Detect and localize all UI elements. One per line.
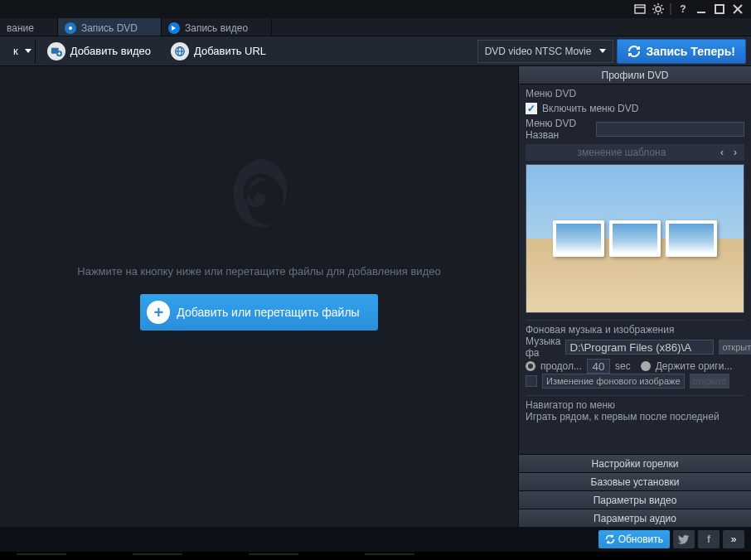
- selected-value: DVD video NTSC Movie: [485, 46, 592, 57]
- minimize-icon[interactable]: [695, 2, 708, 16]
- refresh-icon: [605, 534, 615, 544]
- svg-point-2: [656, 7, 661, 12]
- label: Обновить: [618, 533, 663, 545]
- menu-group-label: Меню DVD: [526, 88, 744, 99]
- video-params-section[interactable]: Параметры видео: [519, 490, 751, 509]
- plus-icon: +: [147, 301, 170, 324]
- keep-orig-radio[interactable]: [641, 361, 651, 371]
- svg-point-12: [253, 193, 264, 205]
- tab-label: Запись DVD: [81, 22, 138, 34]
- globe-icon: [171, 42, 189, 60]
- more-button[interactable]: »: [723, 530, 744, 548]
- bg-group-label: Фоновая музыка и изображения: [526, 324, 744, 336]
- help-icon[interactable]: ?: [676, 2, 690, 16]
- sec-label: sec: [615, 360, 631, 372]
- output-format-select[interactable]: DVD video NTSC Movie: [477, 40, 614, 63]
- refresh-icon: [627, 45, 641, 58]
- divider: [670, 3, 671, 15]
- burner-settings-section[interactable]: Настройки горелки: [519, 454, 751, 472]
- menu-name-input[interactable]: [596, 122, 744, 137]
- bottom-strip: [0, 552, 751, 560]
- facebook-icon[interactable]: f: [698, 530, 720, 548]
- label: Запись Теперь!: [646, 45, 735, 58]
- twitter-icon[interactable]: [673, 530, 695, 548]
- music-label: Музыка фа: [526, 336, 560, 359]
- close-icon[interactable]: [731, 2, 744, 16]
- tab-video-record[interactable]: Запись видео: [162, 18, 272, 36]
- label: к: [13, 45, 18, 57]
- footer: Обновить f »: [0, 527, 751, 552]
- film-plus-icon: [47, 42, 65, 60]
- enable-menu-label: Включить меню DVD: [542, 103, 638, 114]
- play-icon: [168, 22, 180, 34]
- open-bg-button: открыто: [690, 374, 730, 389]
- truncated-dropdown[interactable]: к: [5, 40, 36, 63]
- tab-label: вание: [7, 22, 34, 34]
- app-logo-icon: [210, 149, 309, 249]
- duration-label: продол...: [540, 360, 582, 372]
- toolbar: к Добавить видео Добавить URL DVD video …: [0, 36, 751, 66]
- settings-icon[interactable]: [652, 2, 665, 16]
- template-switcher: зменение шаблона ‹ ›: [526, 144, 744, 161]
- maximize-icon[interactable]: [713, 2, 726, 16]
- svg-rect-0: [635, 5, 645, 13]
- change-bg-button[interactable]: Изменение фонового изображе: [542, 374, 685, 389]
- window-menu-icon[interactable]: [633, 2, 647, 16]
- drop-zone[interactable]: Нажмите на кнопку ниже или перетащите фа…: [0, 66, 519, 527]
- change-bg-checkbox[interactable]: [526, 375, 537, 387]
- svg-rect-4: [715, 5, 724, 13]
- template-label: зменение шаблона: [529, 147, 715, 158]
- nav-text: Играть рядом, к первым после последней: [526, 411, 744, 422]
- tab-dvd-burn[interactable]: Запись DVD: [58, 18, 162, 36]
- keep-orig-label: Держите ориги...: [656, 360, 733, 372]
- duration-input[interactable]: [587, 359, 610, 374]
- preview-thumb: [553, 220, 604, 257]
- duration-radio[interactable]: [526, 361, 535, 371]
- audio-params-section[interactable]: Параметры аудио: [519, 509, 751, 527]
- preview-thumb: [666, 220, 717, 257]
- side-panel: Профили DVD Меню DVD ✓ Включить меню DVD…: [519, 66, 751, 527]
- label: Добавить или перетащить файлы: [177, 306, 359, 319]
- tab-truncated[interactable]: вание: [0, 18, 58, 36]
- add-files-button[interactable]: + Добавить или перетащить файлы: [140, 294, 377, 331]
- nav-group-label: Навигатор по меню: [526, 399, 744, 411]
- chevron-down-icon: [599, 49, 606, 53]
- label: Добавить URL: [194, 45, 266, 57]
- add-url-button[interactable]: Добавить URL: [162, 40, 274, 63]
- open-music-button[interactable]: открыто: [719, 340, 751, 355]
- titlebar: ?: [0, 0, 751, 18]
- tab-label: Запись видео: [185, 22, 248, 34]
- disc-icon: [65, 22, 76, 34]
- burn-now-button[interactable]: Запись Теперь!: [617, 39, 746, 64]
- drop-hint: Нажмите на кнопку ниже или перетащите фа…: [77, 265, 440, 278]
- profiles-header[interactable]: Профили DVD: [519, 66, 751, 84]
- add-video-button[interactable]: Добавить видео: [39, 40, 159, 63]
- chevron-down-icon: [25, 49, 31, 53]
- enable-menu-checkbox[interactable]: ✓: [526, 103, 537, 114]
- mode-tabs: вание Запись DVD Запись видео: [0, 18, 751, 36]
- menu-preview[interactable]: [526, 164, 744, 313]
- preview-thumb: [609, 220, 661, 257]
- refresh-button[interactable]: Обновить: [598, 530, 670, 548]
- next-template-button[interactable]: ›: [729, 145, 741, 160]
- label: Добавить видео: [70, 45, 151, 57]
- prev-template-button[interactable]: ‹: [716, 145, 728, 160]
- basic-settings-section[interactable]: Базовые установки: [519, 472, 751, 490]
- menu-name-label: Меню DVD Назван: [526, 118, 591, 141]
- music-path-input[interactable]: [565, 340, 714, 355]
